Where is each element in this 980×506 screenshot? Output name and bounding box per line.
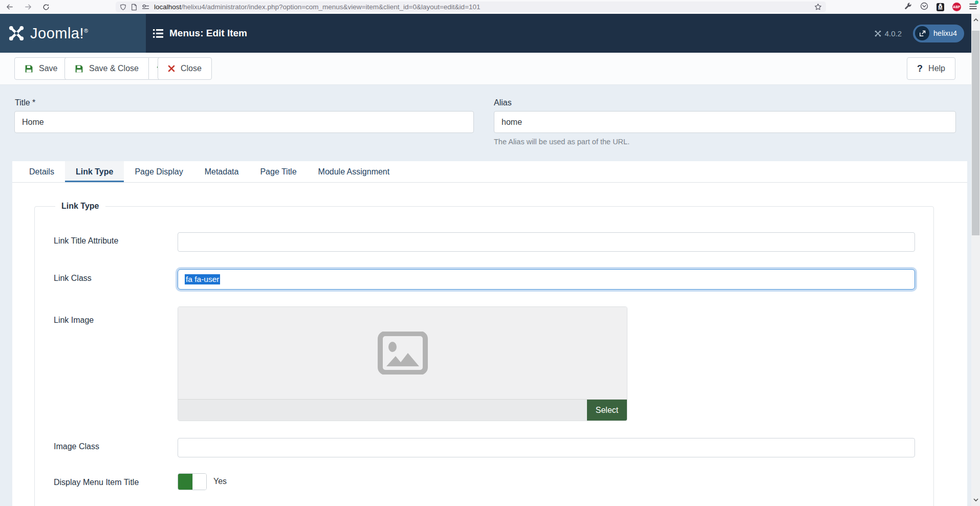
- user-badge-label: helixu4: [933, 29, 957, 37]
- image-preview-area: [178, 307, 627, 399]
- url-bar[interactable]: localhost/helixu4/administrator/index.ph…: [116, 2, 826, 12]
- admin-header: Joomla!® Menus: Edit Item 4.0.2 helixu4: [0, 14, 980, 53]
- tab-page-display[interactable]: Page Display: [124, 161, 193, 182]
- close-x-icon: [168, 65, 175, 72]
- wrench-icon[interactable]: [904, 2, 912, 12]
- save-close-split-button: Save & Close: [64, 57, 172, 80]
- link-class-label: Link Class: [54, 274, 92, 283]
- url-text[interactable]: localhost/helixu4/administrator/index.ph…: [154, 3, 814, 11]
- reader-page-icon[interactable]: [131, 4, 137, 11]
- tab-bar: Details Link Type Page Display Metadata …: [12, 161, 967, 183]
- menu-notification-dot: [975, 1, 978, 4]
- link-title-attribute-label: Link Title Attribute: [54, 236, 118, 246]
- link-title-attribute-input[interactable]: [178, 232, 915, 252]
- action-toolbar: Save Save & Close Close ? Help: [0, 53, 980, 85]
- close-button[interactable]: Close: [158, 57, 212, 80]
- toggle-off-segment[interactable]: [192, 474, 206, 490]
- scrollbar-down-arrow[interactable]: [971, 496, 980, 504]
- link-image-field: Select: [178, 306, 627, 421]
- tab-metadata[interactable]: Metadata: [194, 161, 250, 182]
- select-image-button[interactable]: Select: [587, 400, 627, 421]
- user-menu-button[interactable]: helixu4: [913, 25, 964, 42]
- browser-menu-icon[interactable]: [969, 3, 977, 12]
- image-class-input[interactable]: [178, 438, 915, 457]
- save-floppy-icon: [75, 64, 83, 73]
- form-card: Details Link Type Page Display Metadata …: [12, 161, 967, 506]
- tab-details[interactable]: Details: [18, 161, 65, 182]
- browser-reload-icon[interactable]: [39, 0, 53, 14]
- tab-page-title[interactable]: Page Title: [249, 161, 307, 182]
- scrollbar-up-arrow[interactable]: [971, 16, 980, 24]
- alias-input[interactable]: [494, 111, 956, 133]
- browser-toolbar: localhost/helixu4/administrator/index.ph…: [0, 0, 980, 14]
- list-icon: [153, 29, 163, 38]
- toggle-on-segment[interactable]: [178, 474, 192, 490]
- external-link-icon: [915, 26, 929, 40]
- fieldset-legend: Link Type: [55, 202, 105, 211]
- link-image-label: Link Image: [54, 316, 94, 325]
- extension-m-icon[interactable]: M: [937, 3, 944, 11]
- browser-forward-icon[interactable]: [21, 0, 35, 14]
- pocket-icon[interactable]: [920, 2, 928, 12]
- page-scrollbar[interactable]: [971, 14, 980, 506]
- tracking-shield-icon[interactable]: [120, 4, 126, 11]
- link-class-input[interactable]: fa fa-user: [178, 269, 915, 290]
- joomla-mark-icon: [7, 24, 26, 42]
- link-type-fieldset: Link Type Link Title Attribute Link Clas…: [34, 206, 934, 506]
- title-input[interactable]: [14, 111, 474, 133]
- display-menu-item-title-toggle[interactable]: [178, 473, 207, 490]
- scrollbar-thumb[interactable]: [972, 31, 979, 235]
- joomla-logo: Joomla!®: [0, 14, 146, 53]
- tab-module-assignment[interactable]: Module Assignment: [308, 161, 401, 182]
- image-placeholder-icon: [377, 332, 428, 375]
- toggle-state-label: Yes: [213, 477, 227, 486]
- help-button[interactable]: ? Help: [907, 57, 955, 80]
- alias-label: Alias: [494, 98, 512, 107]
- save-floppy-icon: [25, 64, 33, 73]
- save-button[interactable]: Save: [14, 57, 68, 80]
- image-path-bar: Select: [178, 399, 627, 421]
- edit-item-form: Title * Alias The Alias will be used as …: [0, 85, 980, 506]
- adblock-abp-icon[interactable]: ABP: [952, 3, 961, 11]
- tab-link-type[interactable]: Link Type: [65, 161, 124, 182]
- joomla-version: 4.0.2: [874, 29, 902, 38]
- joomla-wordmark: Joomla!®: [30, 25, 89, 42]
- selected-text: fa fa-user: [185, 274, 220, 284]
- question-mark-icon: ?: [917, 63, 923, 74]
- bookmark-star-icon[interactable]: [814, 3, 822, 11]
- joomla-version-icon: [874, 30, 882, 37]
- alias-help-text: The Alias will be used as part of the UR…: [494, 138, 629, 146]
- display-menu-item-title-label: Display Menu Item Title: [54, 478, 139, 487]
- title-label: Title *: [15, 98, 35, 107]
- page-title: Menus: Edit Item: [153, 14, 247, 53]
- image-class-label: Image Class: [54, 442, 99, 451]
- browser-back-icon[interactable]: [2, 0, 16, 14]
- permissions-sliders-icon[interactable]: [142, 4, 149, 10]
- save-and-close-button[interactable]: Save & Close: [64, 57, 149, 80]
